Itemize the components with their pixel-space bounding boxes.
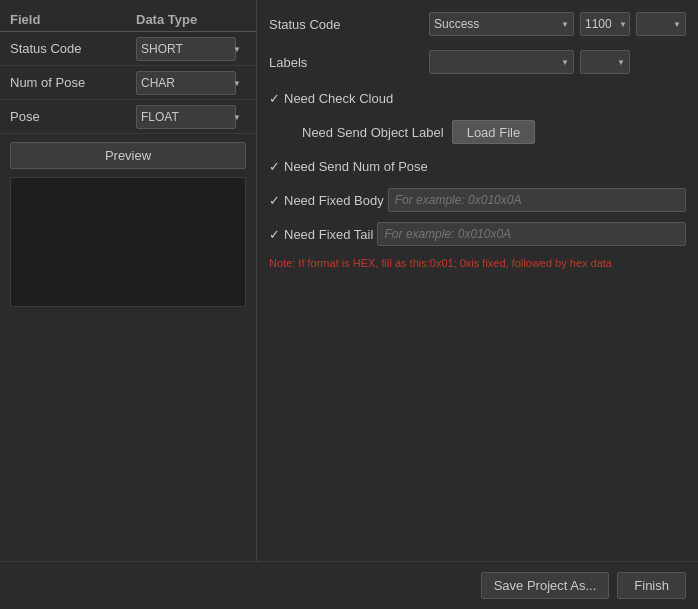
status-value-dropdown[interactable]: Success Failure [429,12,574,36]
labels-value-dropdown[interactable] [429,50,574,74]
field-name-num-of-pose: Num of Pose [10,75,136,90]
num-of-pose-type-wrapper: SHORT CHAR FLOAT INT DOUBLE [136,71,246,95]
load-file-button[interactable]: Load File [452,120,535,144]
labels-row: Labels [269,46,686,78]
field-column-header: Field [10,12,136,27]
need-send-num-label: Need Send Num of Pose [284,159,428,174]
main-container: Field Data Type Status Code SHORT CHAR F… [0,0,698,609]
status-extra-wrapper [630,12,686,36]
table-row: Pose SHORT CHAR FLOAT INT DOUBLE [0,100,256,134]
need-fixed-body-label: Need Fixed Body [284,193,384,208]
labels-extra-dropdown[interactable] [580,50,630,74]
labels-label: Labels [269,55,429,70]
finish-button[interactable]: Finish [617,572,686,599]
footer: Save Project As... Finish [0,561,698,609]
left-panel: Field Data Type Status Code SHORT CHAR F… [0,0,257,561]
status-value-wrapper: Success Failure [429,12,574,36]
preview-area [10,177,246,307]
status-number-wrapper [574,12,630,36]
status-code-label: Status Code [269,17,429,32]
num-of-pose-type-dropdown[interactable]: SHORT CHAR FLOAT INT DOUBLE [136,71,236,95]
field-name-status-code: Status Code [10,41,136,56]
need-send-object-label-row: ✓ Need Send Object Label Load File [269,118,686,146]
table-header: Field Data Type [0,8,256,32]
save-project-button[interactable]: Save Project As... [481,572,610,599]
check-icon-1: ✓ [269,91,280,106]
need-fixed-body-input[interactable] [388,188,686,212]
check-icon-3: ✓ [269,159,280,174]
need-fixed-tail-label: Need Fixed Tail [284,227,373,242]
table-row: Status Code SHORT CHAR FLOAT INT DOUBLE [0,32,256,66]
status-code-row: Status Code Success Failure [269,8,686,40]
status-number-input[interactable] [580,12,630,36]
need-send-num-row: ✓ Need Send Num of Pose [269,152,686,180]
preview-button[interactable]: Preview [10,142,246,169]
pose-type-wrapper: SHORT CHAR FLOAT INT DOUBLE [136,105,246,129]
need-check-cloud-row: ✓ Need Check Cloud [269,84,686,112]
note-text: Note: If format is HEX, fill as this:0x0… [269,256,686,271]
status-extra-dropdown[interactable] [636,12,686,36]
top-section: Field Data Type Status Code SHORT CHAR F… [0,0,698,561]
status-code-type-dropdown[interactable]: SHORT CHAR FLOAT INT DOUBLE [136,37,236,61]
need-send-object-label-label: Need Send Object Label [302,125,444,140]
right-panel: Status Code Success Failure [257,0,698,561]
check-icon-4: ✓ [269,193,280,208]
status-code-type-wrapper: SHORT CHAR FLOAT INT DOUBLE [136,37,246,61]
labels-extra-wrapper [574,50,630,74]
check-icon-5: ✓ [269,227,280,242]
table-row: Num of Pose SHORT CHAR FLOAT INT DOUBLE [0,66,256,100]
need-check-cloud-label: Need Check Cloud [284,91,393,106]
labels-value-wrapper [429,50,574,74]
need-fixed-tail-row: ✓ Need Fixed Tail [269,220,686,248]
need-fixed-tail-input[interactable] [377,222,686,246]
need-fixed-body-row: ✓ Need Fixed Body [269,186,686,214]
field-name-pose: Pose [10,109,136,124]
pose-type-dropdown[interactable]: SHORT CHAR FLOAT INT DOUBLE [136,105,236,129]
type-column-header: Data Type [136,12,246,27]
